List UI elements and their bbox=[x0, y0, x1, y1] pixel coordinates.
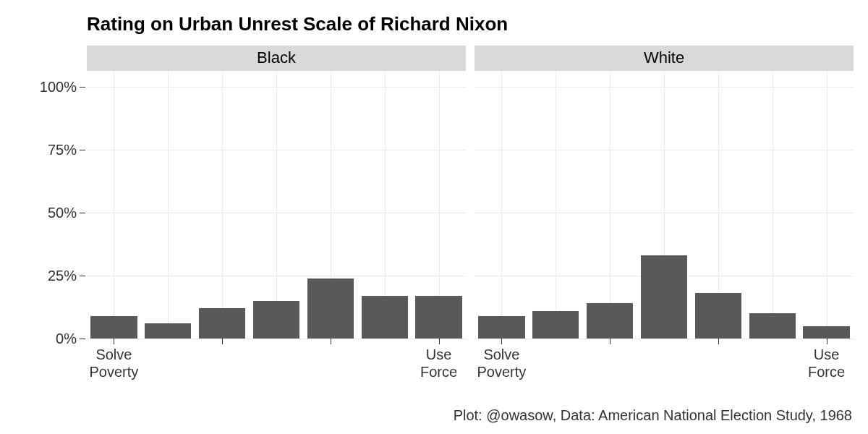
x-tick-label: Use Force bbox=[420, 346, 457, 380]
x-tick-label: Solve Poverty bbox=[90, 346, 139, 380]
x-tick-label: Solve Poverty bbox=[477, 346, 527, 380]
y-tick-label: 0% bbox=[56, 331, 77, 347]
bar bbox=[90, 316, 137, 339]
bar bbox=[478, 316, 524, 339]
bar bbox=[641, 255, 687, 339]
x-tick-mark bbox=[827, 339, 827, 344]
y-tick-mark bbox=[80, 339, 85, 339]
facet-black: Black0%25%50%75%100%Solve PovertyUse For… bbox=[87, 46, 466, 396]
x-tick-mark bbox=[718, 339, 719, 344]
plot-panel bbox=[475, 71, 854, 339]
bars-layer bbox=[87, 71, 466, 339]
bar bbox=[253, 301, 299, 339]
x-axis: Solve PovertyUse Force bbox=[87, 339, 466, 396]
x-axis: Solve PovertyUse Force bbox=[475, 339, 854, 396]
y-tick-mark bbox=[80, 276, 85, 276]
facet-strip: Black bbox=[87, 46, 466, 71]
bar bbox=[145, 323, 191, 339]
bar bbox=[749, 313, 796, 339]
y-tick-mark bbox=[80, 150, 85, 150]
x-tick-mark bbox=[501, 339, 502, 344]
bar bbox=[532, 311, 579, 339]
y-tick-label: 50% bbox=[48, 205, 77, 221]
chart-caption: Plot: @owasow, Data: American National E… bbox=[454, 407, 852, 424]
bar bbox=[587, 303, 633, 339]
x-tick-mark bbox=[439, 339, 440, 344]
bar bbox=[803, 326, 849, 339]
plot-panel bbox=[87, 71, 466, 339]
bar bbox=[695, 293, 741, 339]
x-tick-mark bbox=[331, 339, 331, 344]
chart-title: Rating on Urban Unrest Scale of Richard … bbox=[87, 13, 854, 35]
facet-strip: White bbox=[475, 46, 854, 71]
panel-outer: 0%25%50%75%100% bbox=[87, 71, 466, 339]
x-tick-mark bbox=[222, 339, 223, 344]
bar bbox=[307, 278, 354, 339]
facet-row: Black0%25%50%75%100%Solve PovertyUse For… bbox=[87, 46, 854, 396]
bars-layer bbox=[475, 71, 854, 339]
y-tick-label: 75% bbox=[48, 142, 77, 158]
panel-outer bbox=[475, 71, 854, 339]
y-tick-label: 100% bbox=[40, 79, 77, 95]
facet-white: WhiteSolve PovertyUse Force bbox=[475, 46, 854, 396]
bar bbox=[199, 308, 245, 339]
y-tick-mark bbox=[80, 213, 85, 213]
y-tick-label: 25% bbox=[48, 268, 77, 284]
bar bbox=[362, 296, 408, 339]
y-axis: 0%25%50%75%100% bbox=[22, 71, 87, 339]
chart-container: Rating on Urban Unrest Scale of Richard … bbox=[87, 7, 854, 396]
bar bbox=[415, 296, 461, 339]
x-tick-mark bbox=[114, 339, 114, 344]
y-tick-mark bbox=[80, 87, 85, 88]
x-tick-label: Use Force bbox=[808, 346, 845, 380]
x-tick-mark bbox=[610, 339, 610, 344]
